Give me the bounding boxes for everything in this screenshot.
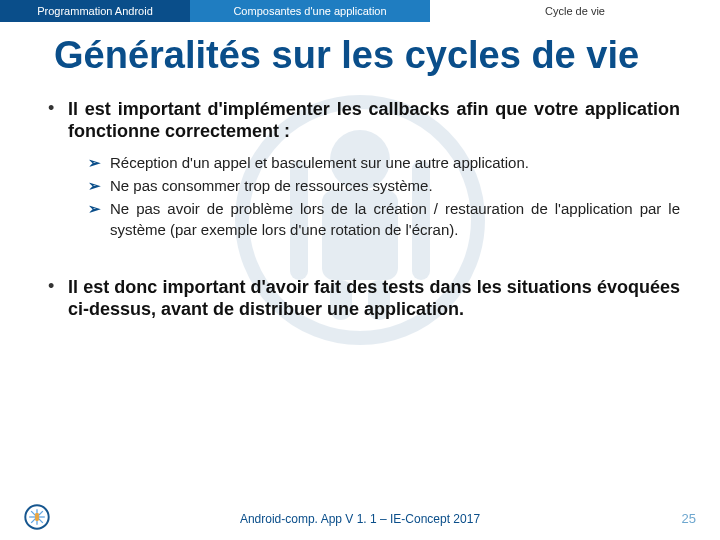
- bullet-2-text: Il est donc important d'avoir fait des t…: [68, 276, 680, 321]
- page-number: 25: [682, 511, 696, 526]
- sub-item-text: Ne pas consommer trop de ressources syst…: [110, 176, 680, 196]
- bullet-2: • Il est donc important d'avoir fait des…: [48, 276, 680, 321]
- sub-item-text: Réception d'un appel et basculement sur …: [110, 153, 680, 173]
- chevron-right-icon: ➢: [88, 176, 110, 196]
- bullet-1-text: Il est important d'implémenter les callb…: [68, 98, 680, 143]
- breadcrumb-label-1: Programmation Android: [37, 5, 153, 17]
- chevron-right-icon: ➢: [88, 153, 110, 173]
- breadcrumb-segment-3: Cycle de vie: [430, 0, 720, 22]
- breadcrumb-segment-1: Programmation Android: [0, 0, 190, 22]
- slide-body: • Il est important d'implémenter les cal…: [0, 82, 720, 321]
- sub-item: ➢Réception d'un appel et basculement sur…: [88, 153, 680, 173]
- footer-text: Android-comp. App V 1. 1 – IE-Concept 20…: [0, 512, 720, 526]
- svg-rect-12: [35, 513, 39, 521]
- logo-icon: [24, 504, 50, 530]
- bullet-marker: •: [48, 276, 68, 321]
- slide: Programmation Android Composantes d'une …: [0, 0, 720, 540]
- sub-item: ➢Ne pas consommer trop de ressources sys…: [88, 176, 680, 196]
- breadcrumb: Programmation Android Composantes d'une …: [0, 0, 720, 22]
- breadcrumb-label-2: Composantes d'une application: [233, 5, 386, 17]
- sub-item-text: Ne pas avoir de problème lors de la créa…: [110, 199, 680, 240]
- bullet-1-sublist: ➢Réception d'un appel et basculement sur…: [88, 153, 680, 240]
- chevron-right-icon: ➢: [88, 199, 110, 240]
- bullet-marker: •: [48, 98, 68, 143]
- breadcrumb-segment-2: Composantes d'une application: [190, 0, 430, 22]
- page-title: Généralités sur les cycles de vie: [0, 22, 720, 82]
- breadcrumb-label-3: Cycle de vie: [545, 5, 605, 17]
- sub-item: ➢Ne pas avoir de problème lors de la cré…: [88, 199, 680, 240]
- bullet-1: • Il est important d'implémenter les cal…: [48, 98, 680, 143]
